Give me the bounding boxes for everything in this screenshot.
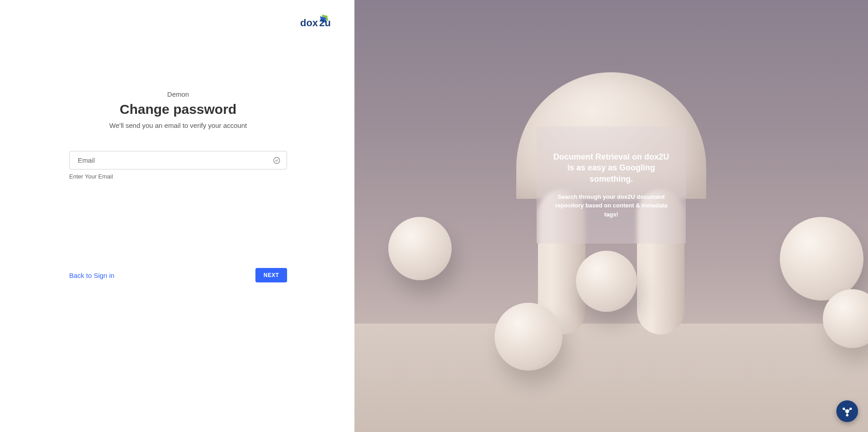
checkmark-circle-icon (273, 156, 281, 164)
scene-sphere (780, 217, 863, 301)
left-panel: dox 2u Demon Change password We'll send … (0, 0, 354, 432)
svg-point-5 (845, 409, 849, 413)
email-input-wrapper (69, 151, 287, 169)
scene-sphere (576, 251, 637, 312)
next-button[interactable]: NEXT (255, 268, 287, 282)
network-icon (841, 405, 853, 417)
page-subtitle: Demon (69, 90, 287, 98)
form-wrapper: Demon Change password We'll send you an … (68, 90, 286, 282)
button-row: Back to Sign in NEXT (69, 268, 287, 282)
svg-text:2u: 2u (319, 17, 331, 28)
right-panel: Document Retrieval on dox2U is as easy a… (354, 0, 868, 432)
scene-sphere (388, 217, 452, 280)
svg-line-10 (849, 409, 849, 410)
help-fab-button[interactable] (836, 400, 858, 422)
info-description: Search through your dox2U document repos… (549, 193, 673, 219)
brand-logo: dox 2u (300, 14, 336, 32)
decorative-scene: Document Retrieval on dox2U is as easy a… (354, 0, 868, 432)
logo-container: dox 2u (300, 14, 336, 32)
info-title: Document Retrieval on dox2U is as easy a… (549, 151, 673, 184)
svg-point-8 (846, 414, 848, 416)
svg-text:dox: dox (300, 17, 318, 28)
email-field[interactable] (69, 151, 287, 169)
svg-line-9 (845, 409, 845, 410)
page-description: We'll send you an email to verify your a… (69, 122, 287, 129)
scene-sphere (495, 303, 562, 371)
info-card: Document Retrieval on dox2U is as easy a… (537, 127, 686, 244)
email-helper-text: Enter Your Email (69, 173, 287, 180)
dox2u-logo-icon: dox 2u (300, 14, 336, 32)
page-title: Change password (69, 102, 287, 117)
back-to-signin-link[interactable]: Back to Sign in (69, 272, 114, 279)
